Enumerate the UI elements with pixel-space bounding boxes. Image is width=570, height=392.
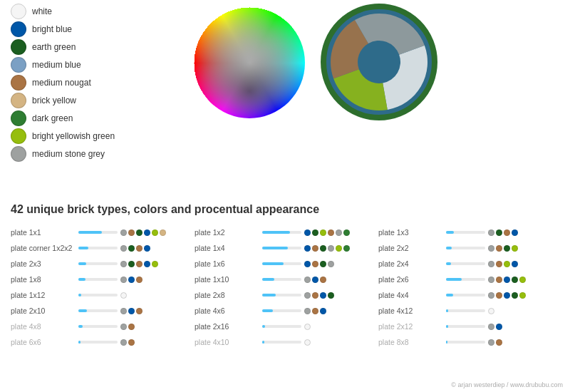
brick-dots	[304, 229, 350, 236]
color-dot	[120, 324, 127, 330]
brick-bar	[78, 341, 81, 344]
color-swatch	[11, 21, 26, 37]
brick-bar-container	[446, 278, 485, 281]
brick-bar-container	[78, 231, 118, 234]
color-dot	[304, 292, 311, 299]
brick-bar	[262, 309, 273, 312]
brick-bar	[78, 262, 86, 265]
color-dot	[128, 261, 135, 267]
color-dot	[120, 277, 127, 283]
color-dot	[312, 308, 318, 314]
brick-name: plate 2x3	[11, 259, 78, 268]
brick-bar	[262, 247, 288, 249]
brick-bar	[446, 278, 462, 281]
brick-name: plate 1x12	[11, 291, 78, 299]
brick-col: plate 2x12	[378, 322, 562, 331]
brick-dots	[120, 277, 142, 283]
brick-name: plate 1x8	[11, 275, 78, 284]
color-label: dark green	[32, 113, 73, 123]
visuals-area	[192, 4, 438, 121]
legend-item: brick yellow	[11, 93, 115, 108]
brick-dots	[120, 261, 158, 267]
color-dot	[496, 339, 502, 346]
brick-name: plate 2x4	[378, 259, 446, 268]
brick-dots	[120, 292, 127, 299]
legend-item: earth green	[11, 39, 115, 55]
brick-dots	[120, 308, 142, 314]
brick-col: plate 2x16	[195, 322, 378, 331]
brick-col: plate 2x10	[11, 306, 195, 315]
brick-name: plate 2x16	[195, 322, 262, 331]
brick-bar-container	[446, 309, 485, 312]
color-dot	[304, 308, 311, 314]
color-dot	[128, 245, 135, 252]
brick-bar	[446, 231, 454, 234]
brick-name: plate 1x1	[11, 228, 78, 237]
color-swatch	[11, 146, 26, 162]
color-dot	[488, 324, 494, 330]
color-dot	[144, 245, 150, 252]
color-dot	[504, 277, 510, 283]
color-dot	[488, 245, 494, 252]
brick-dots	[304, 277, 326, 283]
color-dot	[304, 324, 311, 330]
brick-col: plate 2x4	[378, 259, 562, 268]
brick-bar-container	[78, 278, 118, 281]
color-dot	[312, 261, 318, 267]
brick-dots	[120, 339, 135, 346]
brick-name: plate 2x6	[378, 275, 446, 284]
brick-dots	[120, 229, 166, 236]
color-dot	[320, 277, 326, 283]
color-dot	[128, 324, 135, 330]
brick-bar-container	[78, 247, 118, 249]
legend-item: white	[11, 4, 115, 19]
brick-bar	[446, 325, 448, 328]
brick-bar-container	[262, 341, 301, 344]
brick-name: plate 2x12	[378, 322, 446, 331]
brick-dots	[488, 277, 526, 283]
brick-bar-container	[78, 294, 118, 296]
brick-col: plate corner 1x2x2	[11, 244, 195, 252]
brick-col: plate 4x12	[378, 306, 562, 315]
brick-dots	[304, 324, 311, 330]
brick-bar-container	[446, 294, 485, 296]
brick-dots	[120, 245, 150, 252]
color-dot	[504, 245, 510, 252]
brick-bar-container	[262, 278, 301, 281]
brick-name: plate 1x4	[195, 244, 262, 252]
brick-name: plate 4x4	[378, 291, 446, 299]
color-dot	[152, 229, 158, 236]
brick-bar-container	[78, 309, 118, 312]
color-dot	[312, 292, 318, 299]
color-label: white	[32, 6, 52, 16]
brick-bar-container	[262, 309, 301, 312]
color-dot	[512, 292, 518, 299]
brick-bar-container	[262, 325, 301, 328]
color-dot	[312, 277, 318, 283]
brick-bar	[78, 278, 86, 281]
brick-col: plate 4x4	[378, 291, 562, 299]
color-dot	[320, 229, 326, 236]
color-dot	[120, 308, 127, 314]
color-label: earth green	[32, 42, 76, 52]
brick-col: plate 6x6	[11, 338, 195, 346]
brick-bar-container	[262, 247, 301, 249]
color-dot	[504, 229, 510, 236]
brick-dots	[304, 261, 334, 267]
color-dot	[328, 245, 334, 252]
color-dot	[496, 229, 502, 236]
table-row: plate 6x6plate 4x10plate 8x8	[11, 334, 563, 350]
color-swatch	[11, 75, 26, 91]
table-row: plate 1x8plate 1x10plate 2x6	[11, 272, 563, 287]
brick-bar	[78, 231, 102, 234]
color-dot	[320, 245, 326, 252]
brick-dots	[488, 229, 518, 236]
brick-col: plate 1x2	[195, 228, 378, 237]
brick-dots	[488, 308, 494, 314]
color-dot	[304, 229, 311, 236]
brick-col: plate 1x12	[11, 291, 195, 299]
color-label: bright yellowish green	[32, 131, 115, 141]
brick-dots	[304, 339, 311, 346]
color-dot	[136, 245, 142, 252]
brick-bar-container	[78, 262, 118, 265]
